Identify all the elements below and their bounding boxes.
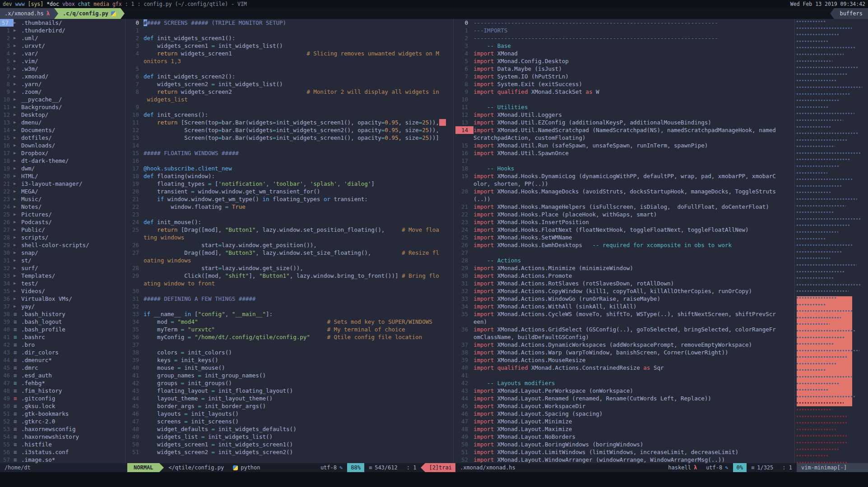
- code-row[interactable]: 44 layout_theme = init_layout_theme(): [127, 395, 451, 402]
- tree-item[interactable]: 41≡.bashrc: [0, 333, 123, 341]
- editor-pane-config-py[interactable]: 0##### SCREENS ##### (TRIPLE MONITOR SET…: [127, 19, 451, 463]
- tree-item[interactable]: 21▶i3-layout-manager/: [0, 180, 123, 188]
- code-row[interactable]: 36import XMonad.Actions.GridSelect (GSCo…: [455, 326, 793, 333]
- code-row[interactable]: 49import XMonad.Layout.NoBorders: [455, 433, 793, 441]
- code-row[interactable]: 30: [127, 287, 451, 295]
- tree-item[interactable]: 52≡.gtkrc-2.0: [0, 418, 123, 425]
- code-row[interactable]: 50import XMonad.Layout.BoringWindows (bo…: [455, 441, 793, 448]
- code-row[interactable]: 15##### FLOATING WINDOWS #####: [127, 149, 451, 157]
- code-row[interactable]: 12 Screen(top=bar.Bar(widgets=init_widge…: [127, 126, 451, 134]
- tmux-window-doc[interactable]: *doc: [46, 0, 59, 8]
- tmux-window-dev[interactable]: dev: [3, 0, 12, 8]
- code-row[interactable]: 19 floating_types = ['notification', 'to…: [127, 180, 451, 188]
- code-row[interactable]: 41 group_names = init_group_names(): [127, 372, 451, 379]
- tree-item[interactable]: 36▶VirtualBox VMs/: [0, 295, 123, 303]
- code-row[interactable]: 20 transient = window.window.get_wm_tran…: [127, 188, 451, 195]
- code-row[interactable]: olor, shorten, PP(..)): [455, 180, 793, 188]
- tree-item[interactable]: 49≡.gitconfig: [0, 395, 123, 402]
- code-row[interactable]: 5import XMonad.Config.Desktop: [455, 57, 793, 65]
- tree-item[interactable]: 27▶Public/: [0, 226, 123, 234]
- tree-item[interactable]: 16▶Downloads/: [0, 142, 123, 149]
- code-row[interactable]: 30import XMonad.Actions.Promote: [455, 272, 793, 280]
- tree-item[interactable]: 12▶Desktop/: [0, 111, 123, 119]
- code-row[interactable]: 10: [455, 96, 793, 103]
- tree-item[interactable]: 18▶dt-dark-theme/: [0, 157, 123, 165]
- code-row[interactable]: 13 Screen(top=bar.Bar(widgets=init_widge…: [127, 134, 451, 142]
- code-row[interactable]: 42 groups = init_groups(): [127, 379, 451, 387]
- code-row[interactable]: 33import XMonad.Actions.WindowGo (runOrR…: [455, 295, 793, 303]
- tree-item[interactable]: 48≡.fim_history: [0, 387, 123, 395]
- tree-item[interactable]: 55≡.histfile: [0, 441, 123, 448]
- code-row[interactable]: 48import XMonad.Layout.Maximize: [455, 425, 793, 433]
- tree-item[interactable]: 11▶Backgrounds/: [0, 103, 123, 111]
- code-row[interactable]: 6def init_widgets_screen2():: [127, 73, 451, 80]
- tree-item[interactable]: 7▶.xmonad/: [0, 73, 123, 80]
- tree-item[interactable]: 15▶dotfiles/: [0, 134, 123, 142]
- code-row[interactable]: 40 mouse = init_mouse(): [127, 364, 451, 372]
- tree-item[interactable]: 13▶dmenu/: [0, 119, 123, 126]
- tree-item[interactable]: 6▶.w3m/: [0, 65, 123, 73]
- code-row[interactable]: 18 -- Hooks: [455, 165, 793, 172]
- code-row[interactable]: 8import System.Exit (exitSuccess): [455, 80, 793, 88]
- tree-item[interactable]: 53≡.haxornewsconfig: [0, 425, 123, 433]
- tree-item[interactable]: 19▶dwm/: [0, 165, 123, 172]
- code-row[interactable]: 34import XMonad.Actions.WithAll (sinkAll…: [455, 303, 793, 310]
- code-row[interactable]: 44import XMonad.Layout.Renamed (renamed,…: [455, 395, 793, 402]
- code-row[interactable]: 29import XMonad.Actions.Minimize (minimi…: [455, 264, 793, 272]
- code-row[interactable]: 35 myTerm = "urxvtc" # My terminal of ch…: [127, 326, 451, 333]
- code-row[interactable]: 24import XMonad.Hooks.FloatNext (floatNe…: [455, 226, 793, 234]
- code-row[interactable]: 2def init_widgets_screen1():: [127, 34, 451, 42]
- code-row[interactable]: 12import XMonad.Util.Loggers: [455, 111, 793, 119]
- code-row[interactable]: 9: [127, 103, 451, 111]
- code-row[interactable]: 26import XMonad.Hooks.EwmhDesktops -- re…: [455, 241, 793, 249]
- code-row[interactable]: 46import XMonad.Layout.Spacing (spacing): [455, 410, 793, 418]
- code-row[interactable]: 23import XMonad.Hooks.InsertPosition: [455, 218, 793, 226]
- tree-item[interactable]: 34▶test/: [0, 280, 123, 287]
- tree-item[interactable]: 39≡.bash_logout: [0, 318, 123, 326]
- code-row[interactable]: omClassName, buildDefaultGSConfig): [455, 333, 793, 341]
- code-row[interactable]: 33if __name__ in ["config", "__main__"]:: [127, 310, 451, 318]
- code-row[interactable]: 4 return widgets_screen1 # Slicing remov…: [127, 50, 451, 57]
- code-row[interactable]: 47 screens = init_screens(): [127, 418, 451, 425]
- code-row[interactable]: 21import XMonad.Hooks.ManageHelpers (isF…: [455, 203, 793, 211]
- code-row[interactable]: 26 start=lazy.window.get_position()),: [127, 241, 451, 249]
- tree-item[interactable]: 20▶HTML/: [0, 172, 123, 180]
- tree-item[interactable]: 42≡.bro: [0, 341, 123, 349]
- file-tree-pane[interactable]: 57▶.thumbnails/1▶.thunderbird/2▶.uml/3▶.…: [0, 19, 123, 463]
- tree-item[interactable]: 1▶.thunderbird/: [0, 27, 123, 34]
- tree-item[interactable]: 10▶__pycache__/: [0, 96, 123, 103]
- code-row[interactable]: oating windows: [127, 257, 451, 264]
- code-row[interactable]: 3 widgets_screen1 = init_widgets_list(): [127, 42, 451, 50]
- tab-xmonad-hs[interactable]: .x/xmonad.hs λ: [0, 8, 54, 19]
- code-row[interactable]: 45 border_args = init_border_args(): [127, 402, 451, 410]
- code-row[interactable]: 2---------------------------------------…: [455, 34, 793, 42]
- code-row[interactable]: 31##### DEFINING A FEW THINGS #####: [127, 295, 451, 303]
- tmux-window-media[interactable]: media: [93, 0, 109, 8]
- tab-config-py[interactable]: .c/q/config.py: [58, 8, 121, 19]
- code-row[interactable]: 31import XMonad.Actions.RotSlaves (rotSl…: [455, 280, 793, 287]
- code-row[interactable]: 11 return [Screen(top=bar.Bar(widgets=in…: [127, 119, 451, 126]
- code-row[interactable]: 16import XMonad.Util.SpawnOnce: [455, 149, 793, 157]
- tree-item[interactable]: 24▶Notes/: [0, 203, 123, 211]
- code-row[interactable]: 25import XMonad.Hooks.SetWMName: [455, 234, 793, 241]
- code-row[interactable]: 18def floating(window):: [127, 172, 451, 180]
- code-row[interactable]: 14import XMonad.Util.NamedScratchpad (Na…: [455, 126, 793, 134]
- tree-item[interactable]: 33▶Templates/: [0, 272, 123, 280]
- tree-item[interactable]: 35▶Videos/: [0, 287, 123, 295]
- tree-item[interactable]: 46≡.esd_auth: [0, 372, 123, 379]
- code-row[interactable]: 27 Drag([mod], "Button3", lazy.window.se…: [127, 249, 451, 257]
- tree-item[interactable]: 38≡.bash_history: [0, 310, 123, 318]
- code-row[interactable]: 38import XMonad.Actions.Warp (warpToWind…: [455, 349, 793, 356]
- code-row[interactable]: 0##### SCREENS ##### (TRIPLE MONITOR SET…: [127, 19, 451, 27]
- tmux-window-gfx[interactable]: gfx: [112, 0, 122, 8]
- window-separator[interactable]: [451, 19, 455, 463]
- code-row[interactable]: 43 floating_layout = init_floating_layou…: [127, 387, 451, 395]
- code-row[interactable]: 7 widgets_screen2 = init_widgets_list(): [127, 80, 451, 88]
- code-row[interactable]: 27: [455, 249, 793, 257]
- tree-item[interactable]: 5▶.vim/: [0, 57, 123, 65]
- tree-item[interactable]: 17▶Dropbox/: [0, 149, 123, 157]
- tree-item[interactable]: 56≡.i3status.conf: [0, 448, 123, 456]
- code-row[interactable]: 23: [127, 211, 451, 218]
- code-row[interactable]: 0---------------------------------------…: [455, 19, 793, 27]
- code-row[interactable]: (..)): [455, 195, 793, 203]
